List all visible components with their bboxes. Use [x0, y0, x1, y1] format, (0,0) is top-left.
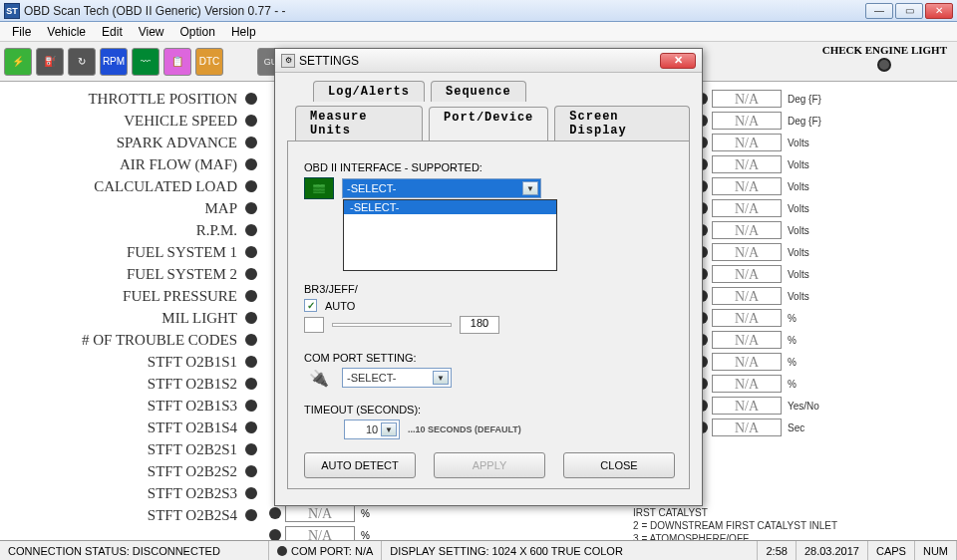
- value-unit: %: [361, 530, 370, 541]
- param-toggle-dot[interactable]: [245, 421, 257, 433]
- param-toggle-dot[interactable]: [245, 93, 257, 105]
- titlebar: ST OBD Scan Tech (OBD II Generic) Versio…: [0, 0, 957, 22]
- value-readout: N/A: [712, 375, 782, 393]
- param-label: MAP: [0, 200, 243, 217]
- param-toggle-dot[interactable]: [245, 465, 257, 477]
- param-row: AIR FLOW (MAF): [0, 153, 259, 175]
- param-toggle-dot[interactable]: [245, 115, 257, 127]
- value-readout: N/A: [712, 134, 782, 151]
- minimize-button[interactable]: —: [865, 3, 893, 19]
- value-readout: N/A: [712, 265, 782, 283]
- param-toggle-dot[interactable]: [245, 400, 257, 412]
- tab-port-device[interactable]: Port/Device: [429, 107, 548, 141]
- value-unit: Volts: [788, 291, 837, 302]
- menubar: FileVehicleEditViewOptionHelp: [0, 22, 957, 42]
- param-toggle-dot[interactable]: [245, 224, 257, 236]
- value-unit: Volts: [788, 247, 837, 258]
- auto-detect-button[interactable]: AUTO DETECT: [304, 452, 416, 478]
- chevron-down-icon[interactable]: ▼: [522, 181, 538, 195]
- param-row: STFT O2B2S1: [0, 438, 259, 460]
- com-port-select[interactable]: -SELECT- ▼: [342, 368, 452, 388]
- sensor-legend: IRST CATALYST 2 = DOWNSTREAM FIRST CATAL…: [633, 506, 837, 540]
- value-row: N/A%: [269, 524, 370, 540]
- maximize-button[interactable]: ▭: [895, 3, 923, 19]
- value-readout: N/A: [712, 199, 782, 217]
- param-row: STFT O2B1S1: [0, 351, 259, 373]
- auto-checkbox[interactable]: ✓: [304, 299, 317, 312]
- param-label: SPARK ADVANCE: [0, 135, 243, 151]
- menu-view[interactable]: View: [131, 23, 172, 41]
- value-readout: N/A: [712, 309, 782, 327]
- interface-option[interactable]: BR3 PROTOCOL CONVERTER: [344, 228, 556, 242]
- value-toggle-dot[interactable]: [269, 507, 281, 519]
- value-row: N/AVolts: [692, 285, 951, 307]
- menu-file[interactable]: File: [4, 23, 39, 41]
- apply-button[interactable]: APPLY: [434, 452, 545, 478]
- menu-help[interactable]: Help: [223, 23, 264, 41]
- value-row: N/A%: [692, 307, 951, 329]
- range-value-input[interactable]: 180: [460, 316, 499, 334]
- tab-sequence[interactable]: Sequence: [431, 81, 526, 102]
- br3-label: BR3/JEFF/: [304, 283, 673, 295]
- value-unit: Volts: [788, 225, 837, 236]
- value-toggle-dot[interactable]: [269, 529, 281, 540]
- timeout-select[interactable]: 10 ▼: [344, 420, 400, 439]
- value-unit: Yes/No: [788, 401, 837, 412]
- chevron-down-icon[interactable]: ▼: [433, 371, 449, 385]
- connect-icon[interactable]: ⚡: [4, 48, 32, 76]
- value-unit: %: [788, 357, 837, 368]
- tab-screen-display[interactable]: Screen Display: [554, 106, 690, 140]
- pump-icon[interactable]: ⛽: [36, 48, 64, 76]
- param-toggle-dot[interactable]: [245, 268, 257, 280]
- range-slider[interactable]: [332, 323, 452, 327]
- chevron-down-icon[interactable]: ▼: [381, 422, 397, 436]
- value-readout: N/A: [712, 221, 782, 239]
- interface-option[interactable]: JEFF PROTOCOL CONVERTER: [344, 242, 556, 256]
- window-close-button[interactable]: ✕: [925, 3, 953, 19]
- menu-edit[interactable]: Edit: [94, 23, 131, 41]
- close-button[interactable]: CLOSE: [563, 452, 675, 478]
- dtc-icon[interactable]: DTC: [195, 48, 223, 76]
- param-toggle-dot[interactable]: [245, 180, 257, 192]
- param-toggle-dot[interactable]: [245, 443, 257, 455]
- param-toggle-dot[interactable]: [245, 158, 257, 170]
- tab-measure-units[interactable]: Measure Units: [295, 106, 423, 140]
- value-unit: Volts: [788, 138, 837, 148]
- param-toggle-dot[interactable]: [245, 137, 257, 148]
- dialog-close-button[interactable]: ✕: [660, 53, 696, 69]
- param-toggle-dot[interactable]: [245, 246, 257, 258]
- timeout-note: ...10 SECONDS (DEFAULT): [408, 424, 521, 434]
- param-toggle-dot[interactable]: [245, 312, 257, 324]
- reset-icon[interactable]: ↻: [68, 48, 96, 76]
- interface-option[interactable]: -SELECT-: [344, 200, 556, 214]
- menu-vehicle[interactable]: Vehicle: [39, 23, 94, 41]
- value-readout: N/A: [712, 177, 782, 195]
- status-connection: CONNECTION STATUS: DISCONNECTED: [0, 541, 269, 560]
- graph-icon[interactable]: 〰: [132, 48, 160, 76]
- interface-option[interactable]: TACTRIX CABLE: [344, 256, 556, 270]
- serial-port-icon: 🔌: [304, 368, 334, 388]
- param-label: STFT O2B1S4: [0, 420, 243, 436]
- param-label: THROTTLE POSITION: [0, 91, 243, 108]
- param-toggle-dot[interactable]: [245, 487, 257, 499]
- value-row: N/A%: [692, 329, 951, 351]
- clipboard-icon[interactable]: 📋: [163, 48, 191, 76]
- value-row: N/AVolts: [692, 241, 951, 263]
- param-toggle-dot[interactable]: [245, 509, 257, 521]
- interface-option[interactable]: OBDSCAN PROTOCOL CONVERTER: [344, 214, 556, 228]
- param-toggle-dot[interactable]: [245, 202, 257, 214]
- rpm-icon[interactable]: RPM: [100, 48, 128, 76]
- value-row: N/A%: [692, 373, 951, 395]
- status-display: DISPLAY SETTING: 1024 X 600 TRUE COLOR: [382, 541, 758, 560]
- param-toggle-dot[interactable]: [245, 378, 257, 390]
- param-toggle-dot[interactable]: [245, 334, 257, 346]
- status-time: 2:58: [758, 541, 796, 560]
- value-unit: Deg {F}: [788, 94, 837, 105]
- value-row: N/AVolts: [692, 175, 951, 197]
- tab-log-alerts[interactable]: Log/Alerts: [313, 81, 425, 102]
- param-toggle-dot[interactable]: [245, 356, 257, 368]
- menu-option[interactable]: Option: [172, 23, 223, 41]
- value-unit: Volts: [788, 159, 837, 170]
- param-toggle-dot[interactable]: [245, 290, 257, 302]
- interface-select[interactable]: -SELECT- ▼ -SELECT-OBDSCAN PROTOCOL CONV…: [342, 178, 541, 198]
